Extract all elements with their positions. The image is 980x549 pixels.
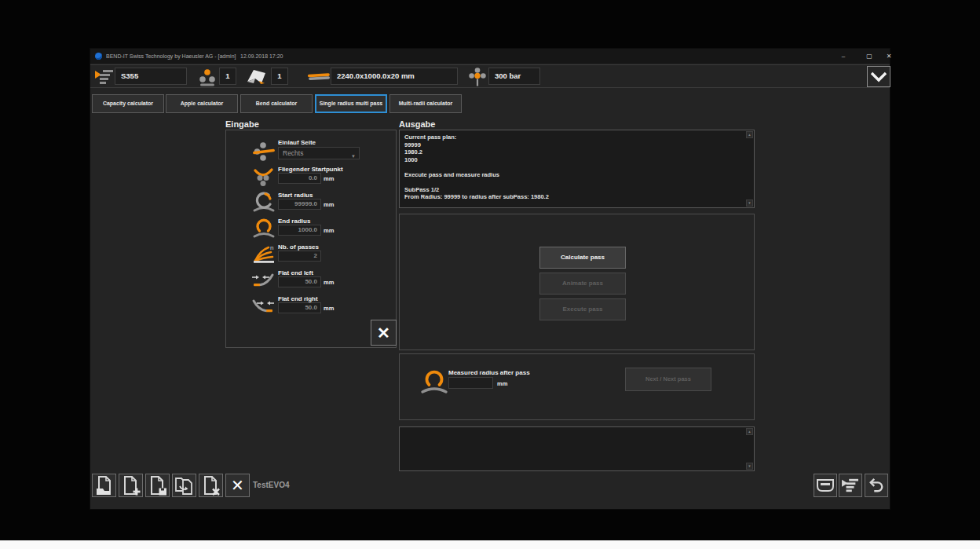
close-icon: ✕ xyxy=(377,325,390,341)
material-value[interactable]: S355 xyxy=(115,68,187,85)
log-output[interactable]: ▲ ▼ xyxy=(399,426,755,471)
pass-plan-output-text: Current pass plan: 99999 1980.2 1000 Exe… xyxy=(404,134,743,201)
close-button[interactable]: ✕ xyxy=(882,51,896,61)
tab-apple-calculator[interactable]: Apple calculator xyxy=(166,94,238,113)
calculate-pass-button[interactable]: Calculate pass xyxy=(539,247,626,269)
pass-plan-output[interactable]: Current pass plan: 99999 1980.2 1000 Exe… xyxy=(399,130,755,208)
chevron-down-icon xyxy=(870,71,887,82)
app-window: BEND-IT Swiss Technology by Haeusler AG … xyxy=(90,49,890,509)
delete-file-icon xyxy=(202,475,221,496)
next-pass-button[interactable]: Next / Next pass xyxy=(625,368,711,391)
unit-label: mm xyxy=(324,201,334,208)
undo-button[interactable] xyxy=(865,474,888,497)
new-file-icon xyxy=(122,475,141,496)
start-radius-input[interactable]: 99999.0 xyxy=(278,199,321,210)
unit-label: mm xyxy=(324,305,334,312)
screen-bottom-strip xyxy=(0,540,980,549)
flat-end-right-icon xyxy=(251,296,275,315)
titlebar-datetime: 12.09.2018 17:20 xyxy=(240,53,283,59)
tab-single-radius-multi-pass[interactable]: Single radius multi pass xyxy=(315,94,387,113)
new-project-button[interactable] xyxy=(119,474,143,497)
copy-file-icon xyxy=(174,475,195,496)
measured-radius-label: Measured radius after pass xyxy=(448,369,530,376)
save-file-icon xyxy=(148,475,167,496)
screen: BEND-IT Swiss Technology by Haeusler AG … xyxy=(0,0,980,549)
field-label-start-radius: Start radius xyxy=(278,192,313,199)
machine-view-button[interactable] xyxy=(814,474,837,497)
maximize-button[interactable]: ▢ xyxy=(862,51,876,61)
roll-set-icon xyxy=(198,68,217,87)
unit-label: mm xyxy=(324,279,334,286)
scroll-up-icon[interactable]: ▲ xyxy=(746,131,753,138)
piece-count-value[interactable]: 1 xyxy=(271,68,288,85)
measured-radius-icon xyxy=(420,370,448,395)
scroll-down-icon[interactable]: ▼ xyxy=(746,199,753,207)
measured-radius-input[interactable] xyxy=(448,377,493,389)
open-file-icon xyxy=(95,475,114,496)
eingabe-panel: Einlauf Seite Rechts ▼ Fliegender Startp… xyxy=(225,130,397,348)
window-content: S355 1 1 xyxy=(90,64,890,509)
measured-radius-panel: Measured radius after pass mm Next / Nex… xyxy=(399,353,755,420)
load-copy-project-button[interactable] xyxy=(172,474,196,497)
close-icon: ✕ xyxy=(231,478,244,493)
eingabe-title: Eingabe xyxy=(225,119,259,129)
passes-icon: n xyxy=(252,243,276,264)
tab-bend-calculator[interactable]: Bend calculator xyxy=(240,94,313,113)
end-radius-icon xyxy=(252,218,276,240)
sheet-icon xyxy=(244,68,268,86)
tool-count-value[interactable]: 1 xyxy=(219,68,236,85)
nb-of-passes-input[interactable]: 2 xyxy=(278,251,321,262)
einlauf-seite-value: Rechts xyxy=(283,149,303,157)
ausgabe-title: Ausgabe xyxy=(399,119,435,129)
pass-plan-icon xyxy=(841,478,860,493)
open-project-button[interactable] xyxy=(92,474,116,497)
titlebar: BEND-IT Swiss Technology by Haeusler AG … xyxy=(90,49,890,64)
pass-plan-list-button[interactable] xyxy=(839,474,862,497)
scroll-down-icon[interactable]: ▼ xyxy=(746,463,753,470)
unit-label: mm xyxy=(324,227,334,234)
field-label-fliegender-startpunkt: Fliegender Startpunkt xyxy=(278,166,343,173)
field-label-einlauf-seite: Einlauf Seite xyxy=(278,139,316,146)
field-label-end-radius: End radius xyxy=(278,218,310,225)
animate-pass-button[interactable]: Animate pass xyxy=(539,273,626,295)
infeed-side-rolls-icon xyxy=(253,141,275,162)
clear-input-button[interactable]: ✕ xyxy=(371,320,397,346)
einlauf-seite-dropdown[interactable]: Rechts ▼ xyxy=(278,147,360,159)
unit-label: mm xyxy=(497,380,507,387)
flat-end-left-input[interactable]: 50.0 xyxy=(278,276,321,287)
plate-dimensions-value[interactable]: 2240.0x1000.0x20 mm xyxy=(331,68,458,85)
tab-capacity-calculator[interactable]: Capacity calculator xyxy=(92,94,164,113)
scroll-up-icon[interactable]: ▲ xyxy=(746,428,753,435)
svg-text:n: n xyxy=(270,244,273,251)
flat-end-right-input[interactable]: 50.0 xyxy=(278,302,321,313)
pass-actions-panel: Calculate pass Animate pass Execute pass xyxy=(399,214,755,350)
execute-pass-button[interactable]: Execute pass xyxy=(539,298,626,320)
flying-start-icon xyxy=(253,167,275,187)
field-label-nb-of-passes: Nb. of passes xyxy=(278,243,319,251)
expand-toolbar-button[interactable] xyxy=(867,66,890,87)
app-logo-icon xyxy=(95,53,102,60)
save-project-button[interactable] xyxy=(145,474,170,497)
field-label-flat-end-right: Flat end right xyxy=(278,295,318,302)
pressure-rolls-icon xyxy=(468,67,487,87)
window-title: BEND-IT Swiss Technology by Haeusler AG … xyxy=(106,53,236,59)
pass-plan-icon xyxy=(94,68,115,86)
delete-project-button[interactable] xyxy=(199,474,223,497)
machine-icon xyxy=(816,478,835,493)
tab-multi-radii-calculator[interactable]: Multi-radii calculator xyxy=(389,94,462,113)
close-project-button[interactable]: ✕ xyxy=(225,474,250,497)
machine-toolbar: S355 1 1 xyxy=(90,64,890,88)
field-label-flat-end-left: Flat end left xyxy=(278,269,313,276)
minimize-button[interactable]: – xyxy=(836,51,850,61)
end-radius-input[interactable]: 1000.0 xyxy=(278,225,321,236)
plate-icon xyxy=(307,72,331,82)
undo-icon xyxy=(868,478,884,493)
unit-label: mm xyxy=(324,175,334,182)
pressure-value[interactable]: 300 bar xyxy=(488,68,540,85)
fliegender-startpunkt-input[interactable]: 0.0 xyxy=(278,173,321,184)
flat-end-left-icon xyxy=(251,270,275,289)
dropdown-caret-icon: ▼ xyxy=(351,151,356,162)
start-radius-icon xyxy=(252,192,276,214)
project-name: TestEVO4 xyxy=(253,481,290,489)
